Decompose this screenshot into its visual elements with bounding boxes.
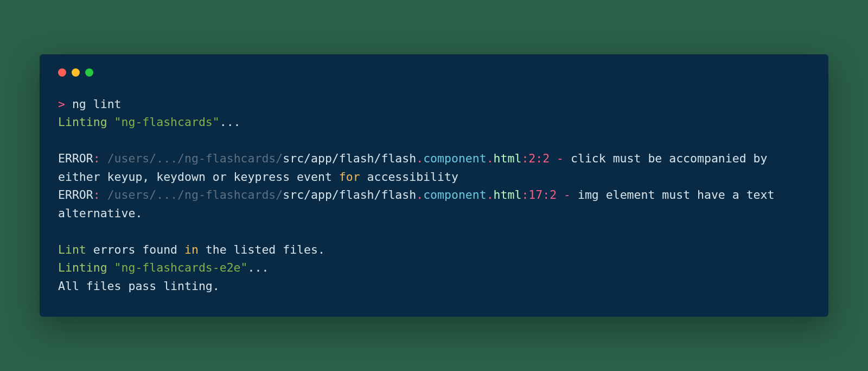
error-message: .	[135, 206, 142, 220]
pass-message: All files pass linting.	[58, 279, 220, 293]
dot: .	[416, 188, 423, 202]
error-path: src/app/flash/flash	[283, 188, 416, 202]
project-name: "ng-flashcards-e2e"	[114, 261, 248, 274]
separator-dash: -	[550, 152, 571, 165]
prompt-symbol: >	[58, 97, 65, 111]
ellipsis: ...	[248, 261, 269, 274]
stage: > ng lint Linting "ng-flashcards"... ERR…	[0, 0, 868, 371]
ext-token: html	[494, 152, 522, 165]
dot: .	[487, 188, 494, 202]
component-token: component	[423, 188, 487, 202]
error-colon: :	[93, 152, 100, 165]
keyword-for: for	[339, 170, 360, 184]
terminal-window: > ng lint Linting "ng-flashcards"... ERR…	[40, 54, 828, 317]
keyword-in: in	[184, 243, 199, 256]
error-colon: :	[93, 188, 100, 202]
ext-token: html	[494, 188, 522, 202]
error-path-prefix: /users/.../ng-flashcards/	[107, 188, 283, 202]
lint-label: Lint	[58, 243, 86, 256]
dot: .	[487, 152, 494, 165]
zoom-icon[interactable]	[85, 68, 93, 77]
component-token: component	[423, 152, 487, 165]
line-col: :2:2	[521, 152, 550, 165]
linting-label: Linting	[58, 115, 107, 129]
error-path-prefix: /users/.../ng-flashcards/	[107, 152, 283, 165]
error-path: src/app/flash/flash	[283, 152, 416, 165]
terminal-output: > ng lint Linting "ng-flashcards"... ERR…	[58, 95, 810, 295]
project-name: "ng-flashcards"	[114, 115, 220, 129]
separator-dash: -	[557, 188, 578, 202]
line-col: :17:2	[521, 188, 557, 202]
summary-text: errors found	[86, 243, 184, 256]
summary-text: the listed files.	[199, 243, 325, 256]
error-message: img element must have a	[578, 188, 746, 202]
error-label: ERROR	[58, 152, 93, 165]
minimize-icon[interactable]	[72, 68, 80, 77]
close-icon[interactable]	[58, 68, 66, 77]
ellipsis: ...	[220, 115, 241, 129]
command-text: ng lint	[72, 97, 122, 111]
linting-label: Linting	[58, 261, 107, 274]
window-controls	[58, 68, 810, 77]
error-message: accessibility	[360, 170, 458, 184]
dot: .	[416, 152, 423, 165]
error-label: ERROR	[58, 188, 93, 202]
